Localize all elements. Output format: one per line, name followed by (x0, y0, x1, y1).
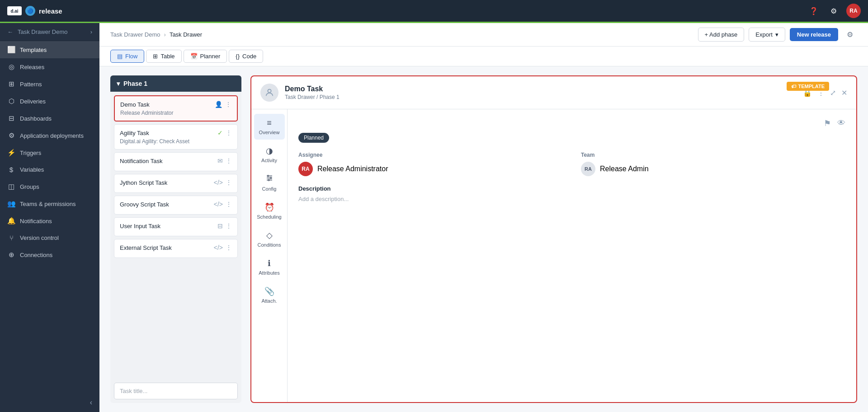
config-icon (265, 174, 274, 184)
team-value: RA Release Admin (581, 162, 845, 176)
overview-icon: ≡ (267, 118, 272, 128)
notifications-icon: 🔔 (7, 217, 15, 225)
task-menu-icon[interactable]: ⋮ (226, 129, 232, 136)
task-card-notification[interactable]: Notification Task ✉ ⋮ (114, 152, 238, 171)
help-icon[interactable]: ❓ (807, 4, 821, 18)
page-settings-icon[interactable]: ⚙ (843, 28, 857, 42)
task-title-input[interactable]: Task title... (114, 383, 238, 399)
task-menu-icon[interactable]: ⋮ (226, 222, 232, 229)
sidebar-item-triggers[interactable]: ⚡ Triggers (0, 144, 99, 161)
task-card-user-input[interactable]: User Input Task ⊟ ⋮ (114, 217, 238, 236)
task-input-placeholder: Task title... (120, 388, 147, 394)
phase-name: Phase 1 (123, 80, 147, 87)
task-title: Groovy Script Task (120, 201, 169, 208)
drawer-nav-conditions[interactable]: ◇ Conditions (254, 226, 285, 252)
export-chevron-icon: ▾ (775, 31, 778, 38)
svg-point-5 (270, 178, 271, 179)
sidebar-item-label: Notifications (20, 218, 52, 225)
task-drawer-panel: 🏷 TEMPLATE Demo Task Task Drawer / Phase… (250, 75, 857, 403)
sidebar-item-patterns[interactable]: ⊞ Patterns (0, 75, 99, 93)
description-section: Description Add a description... (298, 185, 845, 202)
team-avatar: RA (581, 162, 595, 176)
task-title: External Script Task (120, 244, 172, 251)
task-card-groovy[interactable]: Groovy Script Task </> ⋮ (114, 196, 238, 215)
sidebar-item-notifications[interactable]: 🔔 Notifications (0, 212, 99, 229)
drawer-nav-config[interactable]: Config (254, 169, 285, 196)
eye-icon[interactable]: 👁 (837, 118, 845, 128)
task-card-jython[interactable]: Jython Script Task </> ⋮ (114, 174, 238, 193)
tab-bar: ▤ Flow ⊞ Table 📅 Planner {} Code (99, 47, 868, 66)
task-menu-icon[interactable]: ⋮ (225, 101, 231, 108)
assignee-name: Release Administrator (317, 165, 388, 173)
drawer-close-icon[interactable]: ✕ (841, 89, 847, 97)
sidebar-collapse-button[interactable]: ‹ (0, 393, 99, 412)
phase-collapse-icon[interactable]: ▾ (117, 80, 120, 87)
team-field: Team RA Release Admin (581, 152, 845, 176)
sidebar: ← Task Drawer Demo › ⬜ Templates ◎ Relea… (0, 23, 99, 412)
sidebar-item-teams-permissions[interactable]: 👥 Teams & permissions (0, 195, 99, 212)
sidebar-back-button[interactable]: ← Task Drawer Demo › (0, 23, 99, 41)
task-title: Notification Task (120, 158, 162, 164)
task-card-external-script[interactable]: External Script Task </> ⋮ (114, 239, 238, 258)
settings-icon[interactable]: ⚙ (826, 4, 841, 18)
version-control-icon: ⑂ (7, 234, 15, 242)
drawer-expand-icon[interactable]: ⤢ (830, 89, 836, 97)
collapse-icon: ‹ (90, 398, 92, 407)
tab-code[interactable]: {} Code (229, 50, 263, 63)
assignee-field: Assignee RA Release Administrator (298, 152, 563, 176)
task-card-demo-task[interactable]: Demo Task 👤 ⋮ Release Administrator (114, 95, 238, 122)
drawer-body: ≡ Overview ◑ Activity (251, 109, 856, 402)
task-assignee-icon: 👤 (215, 101, 222, 108)
drawer-nav-activity[interactable]: ◑ Activity (254, 141, 285, 168)
sidebar-item-connections[interactable]: ⊕ Connections (0, 246, 99, 263)
planner-tab-label: Planner (200, 53, 221, 60)
breadcrumb: Task Drawer Demo › Task Drawer (110, 31, 202, 38)
task-menu-icon[interactable]: ⋮ (226, 157, 232, 164)
tab-planner[interactable]: 📅 Planner (184, 50, 227, 63)
breadcrumb-parent[interactable]: Task Drawer Demo (110, 31, 160, 38)
activity-icon: ◑ (266, 146, 273, 156)
task-title: Agility Task (120, 130, 149, 136)
svg-point-0 (268, 89, 271, 93)
tab-table[interactable]: ⊞ Table (146, 50, 181, 63)
sidebar-item-app-deployments[interactable]: ⚙ Application deployments (0, 127, 99, 144)
deliveries-icon: ⬡ (7, 97, 15, 105)
forward-icon: › (90, 28, 92, 35)
phase-header: ▾ Phase 1 (110, 75, 241, 92)
drawer-nav-scheduling[interactable]: ⏰ Scheduling (254, 198, 285, 224)
code-tab-label: Code (242, 53, 256, 60)
template-icon: 🏷 (791, 84, 796, 89)
drawer-nav-attach[interactable]: 📎 Attach. (254, 282, 285, 308)
sidebar-item-releases[interactable]: ◎ Releases (0, 58, 99, 75)
task-menu-icon[interactable]: ⋮ (226, 201, 232, 208)
sidebar-item-groups[interactable]: ◫ Groups (0, 178, 99, 195)
task-menu-icon[interactable]: ⋮ (226, 244, 232, 251)
drawer-task-title: Demo Task (285, 85, 797, 93)
content-header: Task Drawer Demo › Task Drawer + Add pha… (99, 23, 868, 47)
sidebar-item-version-control[interactable]: ⑂ Version control (0, 229, 99, 246)
add-phase-button[interactable]: + Add phase (698, 28, 745, 42)
task-type-icon: </> (214, 201, 223, 208)
sidebar-item-templates[interactable]: ⬜ Templates (0, 41, 99, 58)
svg-point-6 (268, 179, 269, 181)
sidebar-item-label: Connections (20, 252, 52, 258)
export-button[interactable]: Export ▾ (749, 28, 785, 42)
flow-tab-label: Flow (125, 53, 137, 60)
tab-flow[interactable]: ▤ Flow (110, 50, 144, 63)
assignee-label: Assignee (298, 152, 563, 158)
description-placeholder[interactable]: Add a description... (298, 196, 845, 202)
drawer-task-avatar (260, 84, 278, 102)
groups-icon: ◫ (7, 183, 15, 191)
drawer-nav-overview[interactable]: ≡ Overview (254, 114, 285, 140)
dashboards-icon: ⊟ (7, 114, 15, 122)
task-menu-icon[interactable]: ⋮ (226, 179, 232, 186)
sidebar-item-variables[interactable]: $ Variables (0, 161, 99, 178)
sidebar-item-dashboards[interactable]: ⊟ Dashboards (0, 110, 99, 127)
task-card-agility[interactable]: Agility Task ✓ ⋮ Digital.ai Agility: Che… (114, 124, 238, 150)
sidebar-item-deliveries[interactable]: ⬡ Deliveries (0, 93, 99, 110)
drawer-nav-attributes[interactable]: ℹ Attributes (254, 254, 285, 280)
template-badge: 🏷 TEMPLATE (787, 82, 829, 91)
new-release-button[interactable]: New release (790, 28, 838, 41)
flag-icon[interactable]: ⚑ (824, 118, 831, 128)
user-avatar[interactable]: RA (846, 4, 861, 18)
